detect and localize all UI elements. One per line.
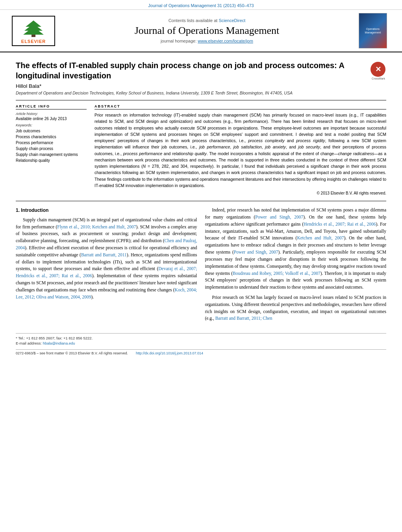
keyword-6: Relationship quality <box>16 158 87 163</box>
ref-boudreau[interactable]: Boudreau and Robey, 2005; Volkoff et al.… <box>233 271 320 276</box>
abstract-column: ABSTRACT Prior research on information t… <box>94 104 386 195</box>
keywords-label: Keywords: <box>16 123 87 127</box>
footer-bar: 0272-6963/$ – see front matter © 2013 El… <box>16 349 386 355</box>
contents-line: Contents lists available at ScienceDirec… <box>63 18 351 23</box>
ref-koch[interactable]: Koch, 2004; Lee, 2012; Oliva and Watson,… <box>16 287 197 299</box>
journal-header-bar: Journal of Operations Management 31 (201… <box>0 0 402 10</box>
footnote-email-line: E-mail address: hbala@indiana.edu <box>16 341 386 345</box>
article-body: The effects of IT-enabled supply chain p… <box>0 52 402 363</box>
journal-cover-image: OperationsManagement <box>359 13 387 48</box>
article-title: The effects of IT-enabled supply chain p… <box>16 60 363 81</box>
elsevier-logo: ELSEVIER <box>12 16 55 46</box>
article-title-section: The effects of IT-enabled supply chain p… <box>16 60 386 81</box>
affiliation: Department of Operations and Decision Te… <box>16 91 386 95</box>
elsevier-tree-icon <box>18 18 49 38</box>
journal-homepage-url[interactable]: www.elsevier.com/locate/jom <box>198 39 253 43</box>
keywords-list: Job outcomes Process characteristics Pro… <box>16 128 87 163</box>
ref-flynn[interactable]: Flynn et al., 2010; Ketchen and Hult, 20… <box>57 224 136 229</box>
right-para-1: Indeed, prior research has noted that im… <box>205 207 387 291</box>
ref-power-singh-1[interactable]: Power and Singh, 2007 <box>255 215 303 219</box>
elsevier-brand-text: ELSEVIER <box>15 39 52 44</box>
keyword-1: Job outcomes <box>16 128 87 134</box>
footnote-tel: * Tel.: +1 812 855 2607; fax: +1 812 856… <box>16 336 386 340</box>
article-info-column: ARTICLE INFO Article history: Available … <box>16 104 87 195</box>
ref-devaraj[interactable]: Devaraj et al., 2007; Hendricks et al., … <box>16 266 197 278</box>
intro-heading: 1. Introduction <box>16 207 197 214</box>
keyword-4: Supply chain process <box>16 146 87 152</box>
header-middle: Contents lists available at ScienceDirec… <box>55 18 359 43</box>
ref-ketchen-hult[interactable]: Ketchen and Hult, 2007 <box>297 235 344 240</box>
article-info-abstract-section: ARTICLE INFO Article history: Available … <box>16 100 386 195</box>
ref-hendricks-rai[interactable]: Hendricks et al., 2007; Rai et al., 2006 <box>304 222 376 226</box>
email-label: E-mail address: <box>16 341 42 345</box>
ref-power-singh-2[interactable]: Power and Singh, 2007 <box>234 250 278 254</box>
crossmark-icon: ✕ <box>371 62 385 77</box>
crossmark-badge: ✕ CrossMark <box>371 62 386 78</box>
page: Journal of Operations Management 31 (201… <box>0 0 402 363</box>
article-footer: * Tel.: +1 812 855 2607; fax: +1 812 856… <box>16 333 386 345</box>
right-column: Indeed, prior research has noted that im… <box>205 207 387 325</box>
sciencedirect-link[interactable]: ScienceDirect <box>219 18 245 23</box>
abstract-heading: ABSTRACT <box>94 104 386 109</box>
abstract-text: Prior research on information technology… <box>94 112 386 189</box>
left-column: 1. Introduction Supply chain management … <box>16 207 197 325</box>
footer-doi[interactable]: http://dx.doi.org/10.1016/j.jom.2013.07.… <box>136 351 203 355</box>
author-name: Hillol Bala* <box>16 83 386 89</box>
keyword-3: Process performance <box>16 140 87 146</box>
journal-ref: Journal of Operations Management 31 (201… <box>148 3 254 8</box>
keyword-5: Supply chain management systems <box>16 152 87 158</box>
ref-barratt-2011[interactable]: Barratt and Barratt, 2011 <box>81 252 127 257</box>
journal-homepage-line: journal homepage: www.elsevier.com/locat… <box>63 39 351 43</box>
intro-para-1: Supply chain management (SCM) is an inte… <box>16 217 197 301</box>
ref-chen-paulraj[interactable]: Chen and Paulraj, 2004 <box>16 238 197 250</box>
header-right: OperationsManagement <box>359 13 390 48</box>
footer-issn: 0272-6963/$ – see front matter © 2013 El… <box>16 351 128 355</box>
right-para-2: Prior research on SCM has largely focuse… <box>205 294 387 322</box>
article-history-label: Article history: <box>16 112 87 116</box>
article-info-heading: ARTICLE INFO <box>16 104 87 109</box>
main-article-section: 1. Introduction Supply chain management … <box>16 201 386 325</box>
ref-barratt-chen[interactable]: Barratt and Barratt, 2011; Chen <box>215 316 272 321</box>
journal-title: Journal of Operations Management <box>63 24 351 37</box>
keyword-2: Process characteristics <box>16 134 87 140</box>
copyright-line: © 2013 Elsevier B.V. All rights reserved… <box>94 191 386 195</box>
article-history-value: Available online 26 July 2013 <box>16 117 87 121</box>
header-content: ELSEVIER Contents lists available at Sci… <box>0 10 402 52</box>
author-email[interactable]: hbala@indiana.edu <box>43 341 75 345</box>
